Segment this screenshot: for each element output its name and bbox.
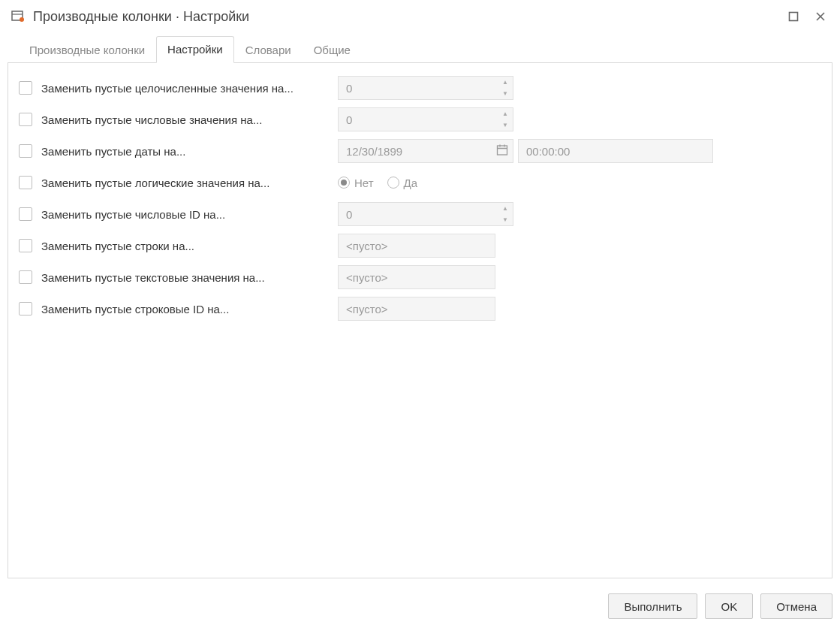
row-replace-text: Заменить пустые текстовые значения на...… bbox=[19, 261, 821, 293]
label-replace-bool: Заменить пустые логические значения на..… bbox=[41, 177, 338, 189]
app-icon bbox=[11, 9, 26, 24]
value-replace-date: 12/30/1899 bbox=[346, 145, 402, 158]
svg-rect-3 bbox=[790, 13, 798, 21]
radio-yes[interactable]: Да bbox=[387, 177, 418, 189]
input-replace-numid[interactable]: 0 ▲ ▼ bbox=[338, 202, 513, 226]
row-replace-str: Заменить пустые строки на... <пусто> bbox=[19, 230, 821, 261]
input-replace-int[interactable]: 0 ▲ ▼ bbox=[338, 76, 513, 100]
dialog-footer: Выполнить OK Отмена bbox=[0, 586, 840, 628]
settings-panel: Заменить пустые целочисленные значения н… bbox=[8, 63, 832, 578]
dialog-window: Производные колонки · Настройки Производ… bbox=[0, 0, 840, 628]
label-replace-int: Заменить пустые целочисленные значения н… bbox=[41, 82, 338, 95]
value-replace-num: 0 bbox=[346, 113, 352, 126]
tab-derived-columns[interactable]: Производные колонки bbox=[18, 37, 156, 63]
tab-dictionaries[interactable]: Словари bbox=[234, 37, 303, 63]
spinner-down-icon[interactable]: ▼ bbox=[498, 119, 513, 131]
label-replace-date: Заменить пустые даты на... bbox=[41, 145, 338, 158]
run-button[interactable]: Выполнить bbox=[608, 593, 697, 619]
label-replace-str: Заменить пустые строки на... bbox=[41, 240, 338, 252]
maximize-button[interactable] bbox=[784, 8, 802, 26]
checkbox-replace-str[interactable] bbox=[19, 239, 32, 252]
tab-general[interactable]: Общие bbox=[303, 37, 362, 63]
cancel-button[interactable]: Отмена bbox=[760, 593, 832, 619]
svg-point-2 bbox=[20, 17, 24, 22]
checkbox-replace-int[interactable] bbox=[19, 81, 32, 95]
radio-no-label: Нет bbox=[354, 177, 374, 189]
calendar-icon[interactable] bbox=[496, 144, 508, 159]
spinner-replace-numid[interactable]: ▲ ▼ bbox=[498, 203, 513, 225]
titlebar: Производные колонки · Настройки bbox=[0, 0, 840, 33]
label-replace-text: Заменить пустые текстовые значения на... bbox=[41, 271, 338, 284]
radio-group-bool: Нет Да bbox=[338, 177, 417, 189]
input-replace-str[interactable]: <пусто> bbox=[338, 234, 495, 258]
input-replace-date[interactable]: 12/30/1899 bbox=[338, 139, 513, 163]
spinner-up-icon[interactable]: ▲ bbox=[498, 108, 513, 119]
svg-rect-6 bbox=[498, 146, 507, 155]
input-replace-strid[interactable]: <пусто> bbox=[338, 297, 495, 321]
spinner-up-icon[interactable]: ▲ bbox=[498, 77, 513, 88]
checkbox-replace-numid[interactable] bbox=[19, 207, 32, 221]
checkbox-replace-date[interactable] bbox=[19, 144, 32, 158]
placeholder-replace-str: <пусто> bbox=[346, 240, 388, 252]
row-replace-bool: Заменить пустые логические значения на..… bbox=[19, 167, 821, 198]
spinner-replace-num[interactable]: ▲ ▼ bbox=[498, 108, 513, 131]
checkbox-replace-text[interactable] bbox=[19, 270, 32, 284]
spinner-replace-int[interactable]: ▲ ▼ bbox=[498, 77, 513, 99]
tab-settings[interactable]: Настройки bbox=[156, 36, 234, 63]
radio-dot-icon bbox=[387, 177, 399, 189]
spinner-up-icon[interactable]: ▲ bbox=[498, 203, 513, 214]
window-title: Производные колонки · Настройки bbox=[33, 9, 775, 25]
checkbox-replace-bool[interactable] bbox=[19, 176, 32, 189]
label-replace-strid: Заменить пустые строковые ID на... bbox=[41, 303, 338, 316]
checkbox-replace-num[interactable] bbox=[19, 113, 32, 126]
ok-button[interactable]: OK bbox=[705, 593, 753, 619]
input-replace-num[interactable]: 0 ▲ ▼ bbox=[338, 107, 513, 131]
label-replace-num: Заменить пустые числовые значения на... bbox=[41, 113, 338, 126]
placeholder-replace-text: <пусто> bbox=[346, 271, 388, 284]
spinner-down-icon[interactable]: ▼ bbox=[498, 88, 513, 99]
spinner-down-icon[interactable]: ▼ bbox=[498, 214, 513, 225]
radio-dot-icon bbox=[338, 177, 350, 189]
input-replace-time[interactable]: 00:00:00 bbox=[518, 139, 713, 163]
checkbox-replace-strid[interactable] bbox=[19, 302, 32, 316]
placeholder-replace-strid: <пусто> bbox=[346, 303, 388, 316]
value-replace-int: 0 bbox=[346, 82, 352, 95]
tab-strip: Производные колонки Настройки Словари Об… bbox=[8, 33, 832, 63]
row-replace-date: Заменить пустые даты на... 12/30/1899 00… bbox=[19, 135, 821, 167]
row-replace-num: Заменить пустые числовые значения на... … bbox=[19, 104, 821, 135]
radio-no[interactable]: Нет bbox=[338, 177, 374, 189]
label-replace-numid: Заменить пустые числовые ID на... bbox=[41, 208, 338, 221]
radio-yes-label: Да bbox=[404, 177, 418, 189]
value-replace-time: 00:00:00 bbox=[526, 145, 570, 158]
row-replace-int: Заменить пустые целочисленные значения н… bbox=[19, 72, 821, 104]
close-button[interactable] bbox=[811, 8, 829, 26]
value-replace-numid: 0 bbox=[346, 208, 352, 221]
row-replace-strid: Заменить пустые строковые ID на... <пуст… bbox=[19, 293, 821, 325]
row-replace-numid: Заменить пустые числовые ID на... 0 ▲ ▼ bbox=[19, 198, 821, 230]
input-replace-text[interactable]: <пусто> bbox=[338, 265, 495, 289]
